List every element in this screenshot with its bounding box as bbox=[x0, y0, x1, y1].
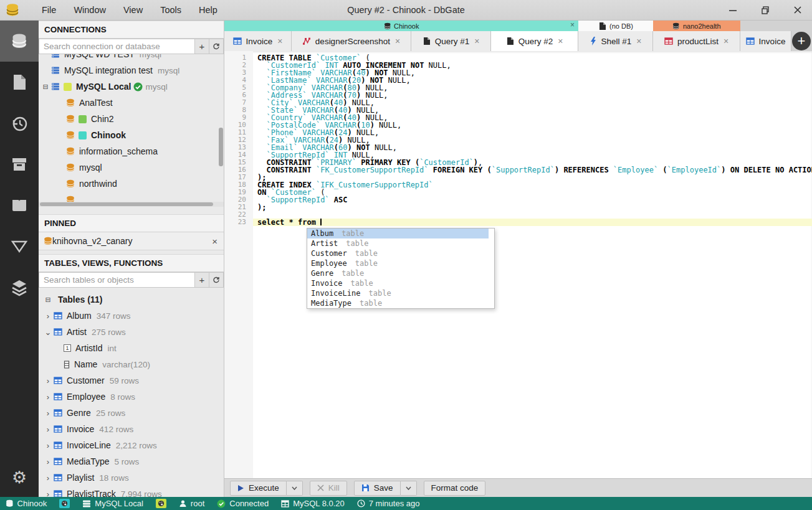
table-item-customer[interactable]: ›Customer59 rows bbox=[39, 372, 224, 389]
menu-help[interactable]: Help bbox=[190, 0, 226, 20]
close-tab-icon[interactable]: × bbox=[558, 36, 563, 46]
refresh-tables-icon[interactable] bbox=[209, 272, 224, 288]
autocomplete-item-mediatype[interactable]: MediaTypetable bbox=[307, 298, 489, 308]
connection-item-chinook[interactable]: Chinook bbox=[39, 127, 224, 143]
expander-icon[interactable]: ⊟ bbox=[40, 83, 51, 91]
autocomplete-dropdown[interactable]: AlbumtableArtisttableCustomertableEmploy… bbox=[307, 228, 495, 309]
status-mysql-8-0-20[interactable]: MySQL 8.0.20 bbox=[281, 499, 345, 508]
sidebar-triangle-icon[interactable] bbox=[0, 226, 39, 267]
connections-vscrollbar[interactable] bbox=[219, 128, 223, 166]
close-tab-icon[interactable]: × bbox=[277, 36, 282, 46]
autocomplete-item-invoiceline[interactable]: InvoiceLinetable bbox=[307, 288, 489, 298]
status-connected[interactable]: Connected bbox=[217, 499, 269, 508]
tab-designerscreenshot[interactable]: designerScreenshot× bbox=[292, 31, 411, 51]
connections-search-input[interactable] bbox=[39, 39, 195, 54]
connection-item-analtest[interactable]: AnalTest bbox=[39, 95, 224, 111]
table-item-invoice[interactable]: ›Invoice412 rows bbox=[39, 421, 224, 437]
autocomplete-item-genre[interactable]: Genretable bbox=[307, 268, 489, 278]
chevron-right-icon[interactable]: › bbox=[42, 457, 54, 466]
close-tab-icon[interactable]: × bbox=[636, 36, 641, 46]
table-item-invoiceline[interactable]: ›InvoiceLine2,212 rows bbox=[39, 437, 224, 453]
format-code-button[interactable]: Format code bbox=[424, 481, 486, 496]
autocomplete-item-album[interactable]: Albumtable bbox=[307, 229, 489, 238]
tab-group-nano2health[interactable]: nano2health bbox=[653, 21, 740, 31]
sidebar-history-icon[interactable] bbox=[0, 103, 39, 144]
status-mysql-local[interactable]: MySQL Local bbox=[82, 499, 143, 508]
table-item-album[interactable]: ›Album347 rows bbox=[39, 308, 224, 324]
connection-item-northwind[interactable]: northwind bbox=[39, 176, 224, 192]
connection-item-mysql-integration-test[interactable]: MySQL integration testmysql bbox=[39, 62, 224, 78]
status-chinook[interactable]: Chinook bbox=[6, 499, 47, 508]
sidebar-database-icon[interactable] bbox=[0, 21, 39, 62]
add-table-button[interactable]: + bbox=[195, 272, 209, 288]
close-tab-icon[interactable]: × bbox=[724, 36, 728, 46]
execute-button[interactable]: Execute bbox=[230, 481, 287, 496]
refresh-connections-icon[interactable] bbox=[209, 39, 224, 54]
table-item-artistid[interactable]: 1ArtistIdint bbox=[39, 340, 224, 356]
unpin-icon[interactable]: × bbox=[212, 236, 217, 247]
menu-view[interactable]: View bbox=[115, 0, 151, 20]
tab-invoice[interactable]: Invoice× bbox=[224, 31, 292, 51]
autocomplete-item-employee[interactable]: Employeetable bbox=[307, 258, 489, 268]
connection-color-swatch[interactable] bbox=[59, 499, 70, 508]
restore-icon[interactable] bbox=[758, 3, 772, 17]
tab-query-1[interactable]: Query #1× bbox=[411, 31, 491, 51]
save-button[interactable]: Save bbox=[354, 481, 401, 496]
connection-item-chin2[interactable]: Chin2 bbox=[39, 111, 224, 127]
close-tab-icon[interactable]: × bbox=[395, 36, 400, 46]
kill-button[interactable]: Kill bbox=[310, 481, 347, 496]
table-item-playlist[interactable]: ›Playlist18 rows bbox=[39, 470, 224, 486]
table-item-name[interactable]: Namevarchar(120) bbox=[39, 356, 224, 372]
add-connection-button[interactable]: + bbox=[195, 39, 209, 54]
chevron-right-icon[interactable]: › bbox=[42, 408, 54, 418]
tab-query-2[interactable]: Query #2× bbox=[491, 31, 578, 51]
chevron-right-icon[interactable]: › bbox=[42, 441, 54, 450]
status-color[interactable] bbox=[59, 499, 70, 508]
close-group-icon[interactable]: × bbox=[570, 21, 575, 29]
sidebar-archive-icon[interactable] bbox=[0, 144, 39, 185]
settings-gear-icon[interactable]: ⚙ bbox=[0, 462, 39, 493]
chevron-right-icon[interactable]: › bbox=[42, 376, 54, 385]
connection-item-mysql-local[interactable]: ⊟MySQL Localmysql bbox=[39, 78, 224, 95]
tab-shell-1[interactable]: Shell #1× bbox=[578, 31, 653, 51]
tab-group-chinook[interactable]: Chinook× bbox=[224, 21, 578, 31]
connection-item-mysql-wd-test[interactable]: MySQL WD TESTmysql bbox=[39, 54, 224, 62]
tables-group-row[interactable]: ⊟Tables (11) bbox=[39, 291, 224, 308]
autocomplete-item-artist[interactable]: Artisttable bbox=[307, 238, 489, 248]
menu-window[interactable]: Window bbox=[65, 0, 115, 20]
tab-group--no-db-[interactable]: (no DB) bbox=[578, 21, 653, 31]
minimize-icon[interactable] bbox=[726, 3, 740, 17]
connection-item-mysql[interactable]: mysql bbox=[39, 159, 224, 176]
sidebar-file-icon[interactable] bbox=[0, 62, 39, 103]
connection-item[interactable] bbox=[39, 192, 224, 202]
menu-file[interactable]: File bbox=[33, 0, 65, 20]
table-item-genre[interactable]: ›Genre25 rows bbox=[39, 405, 224, 421]
chevron-right-icon[interactable]: › bbox=[42, 473, 54, 483]
table-item-playlisttrack[interactable]: ›PlaylistTrack7,994 rows bbox=[39, 486, 224, 497]
chevron-right-icon[interactable]: › bbox=[42, 311, 54, 321]
table-item-employee[interactable]: ›Employee8 rows bbox=[39, 389, 224, 405]
new-tab-button[interactable]: + bbox=[792, 32, 811, 50]
autocomplete-item-customer[interactable]: Customertable bbox=[307, 248, 489, 258]
table-item-mediatype[interactable]: ›MediaType5 rows bbox=[39, 453, 224, 470]
connection-item-information-schema[interactable]: information_schema bbox=[39, 143, 224, 159]
collapse-icon[interactable]: ⊟ bbox=[42, 296, 54, 304]
pinned-item[interactable]: knihovna_v2_canary × bbox=[39, 232, 224, 250]
status-color[interactable] bbox=[156, 499, 166, 508]
sidebar-layers-icon[interactable] bbox=[0, 267, 39, 308]
tables-search-input[interactable] bbox=[39, 272, 195, 288]
status-root[interactable]: root bbox=[179, 499, 204, 508]
menu-tools[interactable]: Tools bbox=[151, 0, 190, 20]
autocomplete-item-invoice[interactable]: Invoicetable bbox=[307, 278, 489, 288]
tab-productlist[interactable]: productList× bbox=[653, 31, 740, 51]
chevron-right-icon[interactable]: › bbox=[42, 489, 54, 498]
tab-invoice[interactable]: Invoice bbox=[740, 31, 791, 51]
save-dropdown-button[interactable] bbox=[401, 481, 417, 496]
connection-color-swatch[interactable] bbox=[156, 499, 166, 508]
status-7-minutes-ago[interactable]: 7 minutes ago bbox=[357, 499, 420, 508]
sidebar-book-icon[interactable] bbox=[0, 185, 39, 226]
execute-dropdown-button[interactable] bbox=[287, 481, 303, 496]
sql-editor[interactable]: 1234567891011121314151617181920212223 CR… bbox=[224, 51, 812, 478]
close-icon[interactable] bbox=[791, 3, 805, 17]
chevron-right-icon[interactable]: › bbox=[42, 392, 54, 402]
